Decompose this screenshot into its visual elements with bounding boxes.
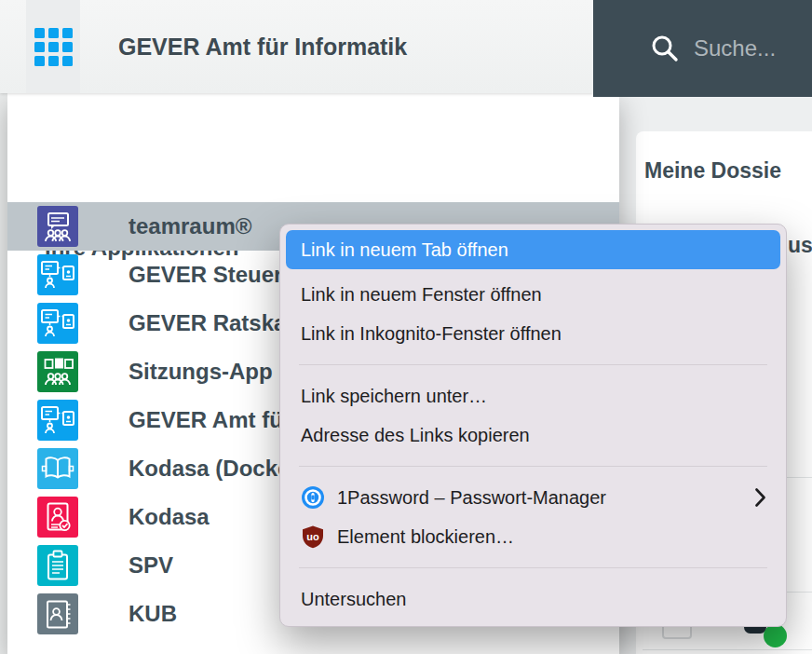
app-grid-icon: [34, 28, 73, 66]
menu-item-inspect[interactable]: Untersuchen: [280, 579, 786, 619]
sitzungs-app-icon: [37, 351, 78, 392]
clipboard-icon: [37, 545, 78, 586]
teamraum-icon: [37, 206, 78, 247]
menu-item-copy-link-address[interactable]: Adresse des Links kopieren: [280, 416, 786, 455]
menu-item-label: Link in neuem Tab öffnen: [301, 239, 508, 261]
id-card-icon: [37, 497, 78, 538]
menu-separator: [299, 567, 767, 568]
menu-item-label: Element blockieren…: [337, 526, 514, 548]
gever-icon: [37, 303, 78, 344]
menu-item-open-link-new-tab[interactable]: Link in neuem Tab öffnen: [286, 230, 780, 269]
menu-item-label: Link speichern unter…: [301, 386, 487, 407]
menu-item-label: Adresse des Links kopieren: [301, 425, 530, 446]
page-title: GEVER Amt für Informatik: [118, 0, 407, 93]
menu-separator: [299, 364, 767, 365]
table-row-divider: [787, 477, 812, 478]
context-menu: Link in neuem Tab öffnen Link in neuem F…: [279, 224, 787, 627]
onepassword-icon: [301, 485, 325, 510]
ublock-icon: uo: [301, 525, 325, 549]
screen: Meine Dossie us Ihre Applikationen teamr…: [0, 0, 812, 654]
menu-item-label: Link in Inkognito-Fenster öffnen: [301, 323, 562, 345]
menu-item-block-element[interactable]: uo Element blockieren…: [280, 517, 786, 556]
notebook-icon: [37, 593, 78, 634]
open-book-icon: [37, 448, 78, 489]
table-row-divider: [643, 649, 812, 650]
app-label: KUB: [129, 601, 177, 627]
menu-item-open-link-incognito[interactable]: Link in Inkognito-Fenster öffnen: [280, 314, 786, 353]
app-label: Kodasa: [129, 504, 210, 530]
menu-item-label: 1Password – Passwort-Manager: [337, 487, 606, 509]
submenu-chevron-icon: [755, 488, 765, 507]
search-icon[interactable]: [649, 33, 681, 64]
table-row-divider: [787, 592, 812, 593]
search-input[interactable]: [692, 34, 812, 62]
app-label: SPV: [129, 552, 173, 579]
menu-item-label: Link in neuem Fenster öffnen: [301, 284, 542, 306]
menu-item-label: Untersuchen: [301, 589, 406, 610]
menu-item-1password[interactable]: 1Password – Passwort-Manager: [280, 478, 786, 517]
app-grid-button[interactable]: [26, 0, 80, 93]
app-label: GEVER Amt für I: [129, 407, 304, 433]
gever-icon: [37, 400, 78, 441]
status-indicator: [764, 624, 787, 647]
status-text-fragment: us: [788, 233, 812, 258]
gever-icon: [37, 254, 78, 295]
menu-item-save-link-as[interactable]: Link speichern unter…: [280, 376, 786, 416]
app-label: teamraum®: [129, 213, 251, 239]
dossiers-heading: Meine Dossie: [644, 158, 812, 184]
app-label: Sitzungs-App: [129, 359, 273, 385]
search-bar: [593, 0, 812, 97]
svg-text:uo: uo: [306, 531, 319, 542]
menu-separator: [299, 466, 767, 467]
menu-item-open-link-new-window[interactable]: Link in neuem Fenster öffnen: [280, 275, 786, 314]
